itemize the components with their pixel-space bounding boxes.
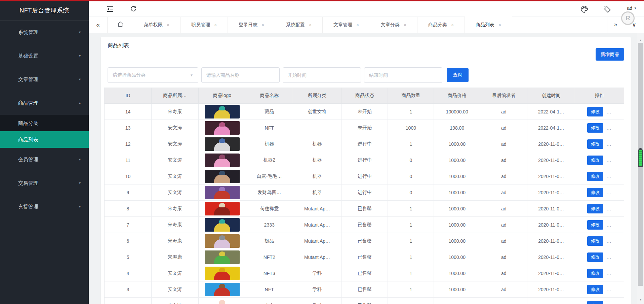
tab-close-icon[interactable]: × (356, 22, 359, 28)
edit-button[interactable]: 修改 (587, 285, 603, 294)
cell-status: 已售罄 (342, 217, 388, 233)
tab-close-icon[interactable]: × (498, 22, 501, 28)
user-menu[interactable]: ad ▼ (627, 5, 637, 11)
tab-文章管理[interactable]: 文章管理× (323, 16, 370, 33)
tab-职员管理[interactable]: 职员管理× (180, 16, 228, 33)
tab-close-icon[interactable]: × (261, 22, 264, 28)
add-product-button[interactable]: 新增商品 (596, 48, 624, 61)
cell-status: 进行中 (342, 152, 388, 168)
more-actions-button[interactable]: … (606, 222, 612, 228)
tab-close-icon[interactable]: × (214, 22, 217, 28)
cell-owner: 宋寿康 (152, 104, 199, 120)
logo-main-shape (214, 255, 230, 264)
more-actions-button[interactable]: … (606, 254, 612, 260)
tab-label: 登录日志 (239, 22, 257, 28)
edit-button[interactable]: 修改 (587, 107, 603, 116)
cell-action: 修改… (575, 184, 624, 201)
tab-商品分类[interactable]: 商品分类× (417, 16, 465, 33)
cell-price: 99.00 (434, 298, 480, 304)
tab-close-icon[interactable]: × (451, 22, 454, 28)
tab-close-icon[interactable]: × (404, 22, 406, 28)
more-actions-button[interactable]: … (606, 270, 612, 276)
tab-close-icon[interactable]: × (309, 22, 312, 28)
tab-菜单权限[interactable]: 菜单权限× (133, 16, 180, 33)
edit-button[interactable]: 修改 (587, 301, 603, 304)
cell-owner: 安文涛 (152, 120, 199, 136)
sidebar-submenu: 商品分类商品列表 (0, 115, 89, 148)
start-time-input[interactable] (283, 67, 361, 83)
sidebar-item[interactable]: 系统管理▼ (0, 21, 89, 44)
tabs-scroll-left-button[interactable]: « (89, 16, 108, 33)
more-actions-button[interactable]: … (606, 303, 612, 304)
edit-button[interactable]: 修改 (587, 204, 603, 213)
sidebar-subitem[interactable]: 商品分类 (0, 115, 89, 131)
tab-系统配置[interactable]: 系统配置× (275, 16, 323, 33)
edit-button[interactable]: 修改 (587, 220, 603, 230)
sidebar-collapse-icon[interactable] (106, 5, 114, 13)
edit-button[interactable]: 修改 (587, 252, 603, 262)
cell-owner: 安文涛 (152, 281, 199, 298)
edit-button[interactable]: 修改 (587, 172, 603, 181)
scrollbar-up-arrow-icon[interactable]: ▲ (637, 39, 644, 42)
column-header: 商品logo (199, 88, 246, 104)
more-actions-button[interactable]: … (606, 286, 612, 292)
tab-文章分类[interactable]: 文章分类× (370, 16, 417, 33)
cell-logo (199, 298, 246, 304)
tag-icon[interactable] (603, 5, 611, 13)
sidebar-item[interactable]: 交易管理▼ (0, 171, 89, 195)
product-name-input[interactable] (201, 67, 280, 83)
more-actions-button[interactable]: … (606, 173, 612, 179)
cell-quantity: 0 (388, 168, 434, 184)
product-list-card: 商品列表 新增商品 请选择商品分类 ▼ 查询 ID商品所属…商品logo商品名称… (101, 37, 631, 304)
cell-category: Mutant Ap… (293, 201, 342, 217)
theme-palette-icon[interactable] (580, 5, 588, 13)
edit-button[interactable]: 修改 (587, 123, 603, 133)
more-actions-button[interactable]: … (606, 141, 612, 147)
edit-button[interactable]: 修改 (587, 188, 603, 197)
logo-main-shape (214, 126, 230, 135)
more-actions-button[interactable]: … (606, 190, 612, 195)
edit-button[interactable]: 修改 (587, 139, 603, 149)
more-actions-button[interactable]: … (606, 125, 612, 131)
table-body: 14宋寿康藏品创世女将未开始1100000.00ad2022-04-1…修改…1… (105, 104, 624, 304)
vertical-scrollbar[interactable]: ▲ ▼ (637, 33, 644, 304)
search-button[interactable]: 查询 (447, 68, 469, 82)
table-row: 7宋寿康2333Mutant Ap…已售罄11000.00ad2020-11-0… (105, 217, 624, 233)
table-row: 6宋寿康极品Mutant Ap…已售罄11000.00ad2020-11-0…修… (105, 233, 624, 249)
tab-close-icon[interactable]: × (167, 22, 169, 28)
more-actions-button[interactable]: … (606, 157, 612, 163)
avatar[interactable]: R (621, 11, 635, 25)
cell-editor: ad (480, 120, 527, 136)
cell-created: 2020-11-0… (527, 136, 575, 152)
cell-logo (199, 217, 246, 233)
tab-商品列表[interactable]: 商品列表× (465, 16, 512, 33)
sidebar-item[interactable]: 充提管理▼ (0, 195, 89, 218)
sidebar-item[interactable]: 基础设置▼ (0, 44, 89, 68)
sidebar-subitem[interactable]: 商品列表 (0, 131, 89, 148)
category-select[interactable]: 请选择商品分类 ▼ (108, 67, 198, 83)
edit-button[interactable]: 修改 (587, 269, 603, 278)
more-actions-button[interactable]: … (606, 109, 612, 114)
cell-name: 白露-毛毛… (246, 168, 293, 184)
edit-button[interactable]: 修改 (587, 156, 603, 165)
tab-登录日志[interactable]: 登录日志× (228, 16, 275, 33)
end-time-input[interactable] (364, 67, 442, 83)
cell-category: 机器 (293, 136, 342, 152)
more-actions-button[interactable]: … (606, 206, 612, 211)
user-caret-icon: ▼ (634, 7, 637, 10)
sidebar-item[interactable]: 会员管理▼ (0, 148, 89, 171)
edit-button[interactable]: 修改 (587, 236, 603, 246)
sidebar-item[interactable]: 文章管理▼ (0, 68, 89, 91)
cell-id: 7 (105, 217, 152, 233)
tab-home[interactable] (108, 16, 133, 33)
cell-created: 2020-11-0… (527, 201, 575, 217)
cell-action: 修改… (575, 104, 624, 120)
scrollbar-down-arrow-icon[interactable]: ▼ (637, 298, 644, 301)
sidebar-item[interactable]: 商品管理▲ (0, 91, 89, 115)
more-actions-button[interactable]: … (606, 238, 612, 244)
product-logo-image (205, 250, 240, 264)
cell-price: 198.00 (434, 120, 480, 136)
cell-owner: 宋寿康 (152, 249, 199, 265)
table-row: 2安文涛仓介学科已售罄199.00ad2020-11-0…修改… (105, 298, 624, 304)
refresh-icon[interactable] (130, 5, 138, 13)
